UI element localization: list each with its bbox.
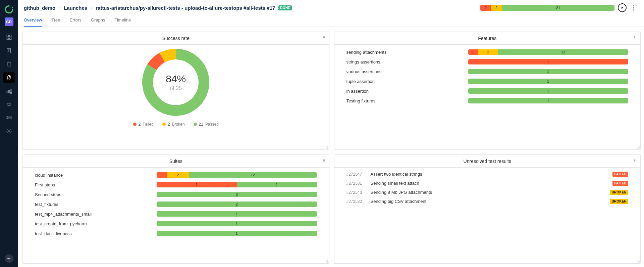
nav-launches-icon[interactable] [3, 72, 15, 83]
status-segment-fail: 1 [468, 59, 629, 64]
svg-point-7 [9, 77, 10, 77]
dashboard-grid: Success rate 84% of 25 2Failed2Broken21P… [18, 27, 644, 267]
status-segment-fail: 2 [480, 5, 491, 11]
svg-rect-6 [7, 62, 11, 66]
svg-point-15 [7, 117, 8, 117]
status-segment-broken: 2 [491, 5, 502, 11]
list-item[interactable]: Testing fixtures1 [346, 98, 629, 103]
card-title: Unresolved test results [464, 159, 511, 164]
legend-count: 2 [139, 122, 141, 127]
list-item[interactable]: tuple assertion1 [346, 79, 629, 84]
unresolved-item[interactable]: #272547Assert two identical stringsFAILE… [346, 172, 629, 177]
legend-item: 21Passed [194, 122, 219, 127]
sidebar-add-button[interactable]: + [5, 254, 13, 263]
success-percent: 84% [166, 73, 186, 85]
list-item[interactable]: First steps11 [35, 182, 317, 187]
nav-testplans-icon[interactable] [3, 58, 15, 70]
status-segment-pass: 1 [468, 88, 629, 94]
legend-item: 2Broken [162, 122, 185, 127]
tab-graphs[interactable]: Graphs [91, 15, 105, 27]
nav-testcases-icon[interactable] [3, 45, 15, 56]
list-item[interactable]: various assertions1 [346, 69, 629, 74]
drag-handle-icon[interactable] [323, 159, 326, 162]
main: github_demo › Launches › rattus-aristarc… [18, 0, 644, 267]
status-badge: DONE [278, 5, 292, 10]
row-status-bar: 1 [468, 79, 629, 84]
nav-settings-icon[interactable] [3, 126, 15, 137]
list-item[interactable]: sending attachments1213 [346, 49, 629, 55]
row-label: in assertion [346, 89, 462, 94]
row-status-bar: 1213 [468, 49, 629, 55]
breadcrumb-project[interactable]: github_demo [24, 5, 55, 11]
tab-overview[interactable]: Overview [24, 15, 42, 27]
row-label: test_docs_liveness [35, 231, 151, 236]
drag-handle-icon[interactable] [323, 36, 326, 39]
nav-jobs-icon[interactable] [3, 112, 15, 124]
legend-dot-icon [162, 123, 166, 126]
unresolved-item[interactable]: #272543Sending 8 Mb JPG attachmentsBROKE… [346, 190, 629, 195]
topbar: github_demo › Launches › rattus-aristarc… [18, 0, 644, 12]
logo-icon [4, 5, 14, 14]
legend-dot-icon [194, 123, 197, 126]
status-badge: FAILED [612, 181, 628, 186]
unresolved-item[interactable]: #272532Sending big CSV attachmentBROKEN [346, 199, 629, 204]
legend-item: 2Failed [133, 122, 154, 127]
drag-handle-icon[interactable] [634, 159, 638, 162]
legend-dot-icon [133, 123, 137, 126]
status-segment-pass: 21 [502, 5, 614, 11]
list-item[interactable]: test_mp4_attachments_small1 [35, 211, 317, 217]
resize-handle-icon[interactable] [325, 145, 328, 149]
list-item[interactable]: strings assertions1 [346, 59, 629, 64]
drag-handle-icon[interactable] [634, 36, 638, 39]
row-label: test_create_from_pycharm [35, 221, 151, 226]
row-status-bar: 2 [157, 202, 317, 207]
row-status-bar: 11 [157, 182, 317, 187]
legend: 2Failed2Broken21Passed [133, 122, 219, 127]
card-suites: Suites cloud instance1212First steps11Se… [22, 154, 329, 264]
resize-handle-icon[interactable] [636, 259, 640, 263]
svg-rect-2 [9, 35, 11, 37]
list-item[interactable]: cloud instance1212 [35, 172, 317, 178]
breadcrumb-section[interactable]: Launches [64, 5, 87, 11]
svg-rect-3 [7, 38, 8, 40]
status-segment-pass: 2 [157, 202, 317, 207]
status-segment-pass: 12 [189, 172, 317, 178]
status-segment-pass: 1 [237, 182, 317, 187]
tab-errors[interactable]: Errors [69, 15, 81, 27]
chevron-right-icon: › [59, 5, 60, 11]
row-status-bar: 3 [157, 192, 317, 197]
list-item[interactable]: in assertion1 [346, 88, 629, 94]
tab-tree[interactable]: Tree [51, 15, 60, 27]
issue-name: Sending big CSV attachment [371, 199, 606, 204]
card-title: Success rate [162, 36, 190, 41]
tab-timeline[interactable]: Timeline [114, 15, 131, 27]
resize-handle-icon[interactable] [325, 259, 328, 263]
row-label: Second steps [35, 192, 151, 197]
nav-dashboard-icon[interactable] [3, 32, 15, 43]
row-status-bar: 1 [157, 231, 317, 236]
issue-id: #272532 [346, 199, 367, 204]
row-label: First steps [35, 182, 151, 187]
nav-analytics-icon[interactable] [3, 85, 15, 97]
list-item[interactable]: test_create_from_pycharm1 [35, 221, 317, 226]
svg-point-12 [8, 103, 10, 106]
status-segment-pass: 1 [157, 221, 317, 226]
resize-handle-icon[interactable] [636, 145, 640, 149]
status-badge: FAILED [612, 172, 628, 177]
row-status-bar: 1212 [157, 172, 317, 178]
avatar[interactable]: GD [5, 17, 13, 26]
more-menu-button[interactable] [630, 3, 637, 12]
list-item[interactable]: test_docs_liveness1 [35, 231, 317, 236]
nav-defects-icon[interactable] [3, 99, 15, 110]
list-item[interactable]: test_fixtures2 [35, 202, 317, 207]
issue-id: #272547 [346, 172, 367, 177]
list-item[interactable]: Second steps3 [35, 192, 317, 197]
card-features: Features sending attachments1213strings … [334, 32, 641, 150]
svg-rect-4 [9, 38, 11, 40]
status-segment-fail: 1 [157, 182, 237, 187]
unresolved-item[interactable]: #272531Sending small text attachFAILED [346, 181, 629, 186]
status-segment-pass: 13 [498, 49, 628, 55]
svg-rect-1 [7, 35, 8, 37]
rerun-button[interactable] [618, 3, 627, 12]
status-segment-pass: 1 [157, 211, 317, 217]
